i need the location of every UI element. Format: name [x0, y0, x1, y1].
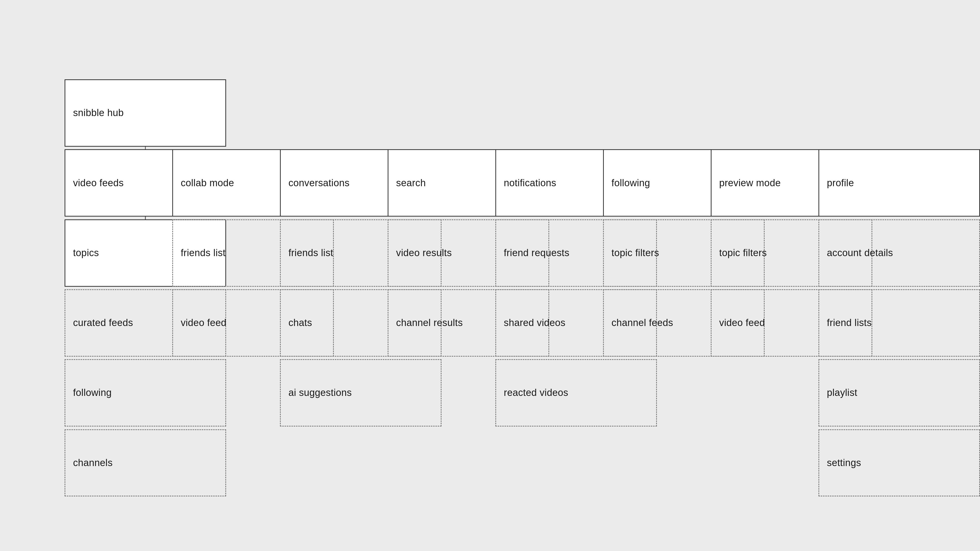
node-label-notifications: notifications	[504, 177, 556, 189]
node-label-video_feed_2: video feed	[719, 317, 765, 329]
node-label-following_2: following	[73, 387, 111, 399]
node-label-collab_mode: collab mode	[181, 177, 234, 189]
node-label-friends_list_2: friends list	[288, 247, 333, 259]
node-playlist: playlist	[818, 359, 980, 427]
node-label-friend_requests: friend requests	[504, 247, 570, 259]
node-profile: profile	[818, 149, 980, 217]
node-label-reacted_videos: reacted videos	[504, 387, 568, 399]
node-reacted_videos: reacted videos	[495, 359, 657, 427]
node-label-video_results: video results	[396, 247, 452, 259]
node-label-chats: chats	[288, 317, 312, 329]
node-label-playlist: playlist	[827, 387, 857, 399]
node-following_2: following	[65, 359, 226, 427]
node-label-following: following	[611, 177, 650, 189]
node-label-conversations: conversations	[288, 177, 349, 189]
node-ai_suggestions: ai suggestions	[280, 359, 442, 427]
node-label-topics: topics	[73, 247, 99, 259]
node-label-video_feed_1: video feed	[181, 317, 226, 329]
node-channels: channels	[65, 429, 226, 497]
node-label-channels: channels	[73, 457, 113, 469]
node-label-search: search	[396, 177, 426, 189]
node-snibble_hub: snibble hub	[65, 79, 226, 147]
node-account_details: account details	[818, 219, 980, 287]
node-label-curated_feeds: curated feeds	[73, 317, 133, 329]
node-label-friends_list_1: friends list	[181, 247, 226, 259]
node-settings: settings	[818, 429, 980, 497]
node-label-ai_suggestions: ai suggestions	[288, 387, 352, 399]
node-label-topic_filters_1: topic filters	[611, 247, 659, 259]
node-label-account_details: account details	[827, 247, 893, 259]
node-label-topic_filters_2: topic filters	[719, 247, 767, 259]
node-label-video_feeds: video feeds	[73, 177, 124, 189]
node-label-profile: profile	[827, 177, 854, 189]
node-label-preview_mode: preview mode	[719, 177, 781, 189]
node-label-channel_feeds: channel feeds	[611, 317, 673, 329]
node-label-settings: settings	[827, 457, 861, 469]
node-label-channel_results: channel results	[396, 317, 463, 329]
node-label-snibble_hub: snibble hub	[73, 107, 124, 119]
node-label-shared_videos: shared videos	[504, 317, 566, 329]
node-friend_lists: friend lists	[818, 289, 980, 357]
node-label-friend_lists: friend lists	[827, 317, 872, 329]
sitemap-diagram: snibble hubvideo feedscollab modeconvers…	[0, 0, 980, 551]
